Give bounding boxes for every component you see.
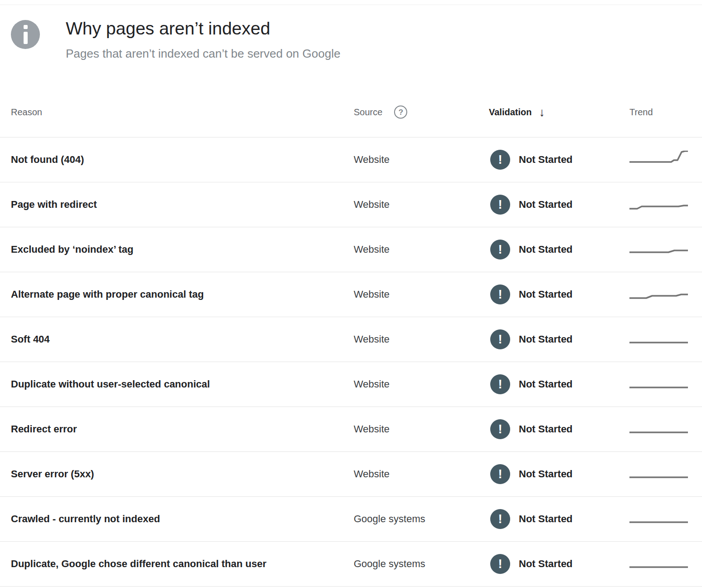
- table-row[interactable]: Duplicate, Google chose different canoni…: [0, 542, 702, 587]
- table-row[interactable]: Soft 404 Website ! Not Started: [0, 317, 702, 362]
- validation-cell: ! Not Started: [490, 329, 573, 349]
- reason-cell: Excluded by ‘noindex’ tag: [11, 244, 133, 255]
- table-row[interactable]: Excluded by ‘noindex’ tag Website ! Not …: [0, 227, 702, 272]
- validation-error-icon: !: [490, 554, 510, 574]
- table-row[interactable]: Not found (404) Website ! Not Started: [0, 137, 702, 182]
- source-column-label: Source: [354, 107, 382, 118]
- validation-error-icon: !: [490, 374, 510, 394]
- trend-sparkline: [629, 240, 688, 259]
- validation-cell: ! Not Started: [490, 195, 573, 215]
- trend-sparkline: [629, 285, 688, 304]
- trend-sparkline: [629, 510, 688, 528]
- validation-error-icon: !: [490, 419, 510, 439]
- validation-cell: ! Not Started: [490, 284, 573, 304]
- page-title: Why pages aren’t indexed: [66, 18, 270, 39]
- validation-error-icon: !: [490, 464, 510, 484]
- reason-cell: Duplicate without user-selected canonica…: [11, 378, 210, 390]
- trend-sparkline: [629, 420, 688, 438]
- validation-status: Not Started: [519, 154, 573, 166]
- page-subtitle: Pages that aren’t indexed can’t be serve…: [66, 46, 341, 61]
- source-cell: Website: [354, 289, 390, 300]
- validation-status: Not Started: [519, 423, 573, 435]
- validation-column-header[interactable]: Validation ↓: [489, 106, 545, 118]
- source-cell: Google systems: [354, 558, 425, 570]
- validation-status: Not Started: [519, 558, 573, 570]
- table-row[interactable]: Page with redirect Website ! Not Started: [0, 182, 702, 227]
- reason-cell: Duplicate, Google chose different canoni…: [11, 558, 267, 570]
- validation-cell: ! Not Started: [490, 240, 573, 260]
- source-column-header[interactable]: Source ?: [354, 106, 407, 119]
- reason-column-header[interactable]: Reason: [11, 107, 42, 118]
- validation-status: Not Started: [519, 199, 573, 211]
- validation-column-label: Validation: [489, 107, 531, 118]
- table-header-row: Reason Source ? Validation ↓ Trend: [0, 95, 702, 137]
- validation-cell: ! Not Started: [490, 150, 573, 170]
- validation-status: Not Started: [519, 468, 573, 480]
- validation-status: Not Started: [519, 244, 573, 255]
- trend-sparkline: [629, 330, 688, 348]
- validation-status: Not Started: [519, 513, 573, 525]
- why-pages-arent-indexed-panel: Why pages aren’t indexed Pages that aren…: [0, 0, 702, 588]
- reason-cell: Crawled - currently not indexed: [11, 513, 160, 525]
- validation-status: Not Started: [519, 333, 573, 345]
- reason-cell: Redirect error: [11, 423, 77, 435]
- reason-cell: Not found (404): [11, 154, 84, 166]
- validation-cell: ! Not Started: [490, 419, 573, 439]
- validation-error-icon: !: [490, 195, 510, 215]
- validation-error-icon: !: [490, 240, 510, 260]
- validation-error-icon: !: [490, 509, 510, 529]
- source-cell: Google systems: [354, 513, 425, 525]
- trend-column-header: Trend: [629, 107, 653, 118]
- validation-cell: ! Not Started: [490, 554, 573, 574]
- source-cell: Website: [354, 468, 390, 480]
- source-cell: Website: [354, 378, 390, 390]
- trend-sparkline: [629, 465, 688, 483]
- validation-status: Not Started: [519, 378, 573, 390]
- trend-sparkline: [629, 196, 688, 214]
- source-cell: Website: [354, 333, 390, 345]
- trend-sparkline: [629, 375, 688, 393]
- validation-status: Not Started: [519, 289, 573, 300]
- table-row[interactable]: Server error (5xx) Website ! Not Started: [0, 452, 702, 497]
- trend-sparkline: [629, 151, 688, 169]
- table-row[interactable]: Redirect error Website ! Not Started: [0, 407, 702, 452]
- trend-sparkline: [629, 555, 688, 573]
- reason-cell: Alternate page with proper canonical tag: [11, 289, 204, 300]
- reason-cell: Server error (5xx): [11, 468, 94, 480]
- report-header: Why pages aren’t indexed Pages that aren…: [0, 0, 702, 95]
- source-cell: Website: [354, 423, 390, 435]
- table-row[interactable]: Alternate page with proper canonical tag…: [0, 272, 702, 317]
- sort-descending-arrow-icon: ↓: [539, 106, 545, 118]
- source-cell: Website: [354, 244, 390, 255]
- info-icon: [11, 20, 40, 49]
- source-cell: Website: [354, 154, 390, 166]
- validation-cell: ! Not Started: [490, 464, 573, 484]
- validation-cell: ! Not Started: [490, 509, 573, 529]
- reason-cell: Page with redirect: [11, 199, 97, 211]
- validation-error-icon: !: [490, 284, 510, 304]
- table-body: Not found (404) Website ! Not Started Pa…: [0, 137, 702, 587]
- source-cell: Website: [354, 199, 390, 211]
- validation-error-icon: !: [490, 329, 510, 349]
- table-row[interactable]: Duplicate without user-selected canonica…: [0, 362, 702, 407]
- validation-cell: ! Not Started: [490, 374, 573, 394]
- reason-cell: Soft 404: [11, 333, 50, 345]
- validation-error-icon: !: [490, 150, 510, 170]
- table-row[interactable]: Crawled - currently not indexed Google s…: [0, 497, 702, 542]
- help-icon[interactable]: ?: [394, 106, 407, 119]
